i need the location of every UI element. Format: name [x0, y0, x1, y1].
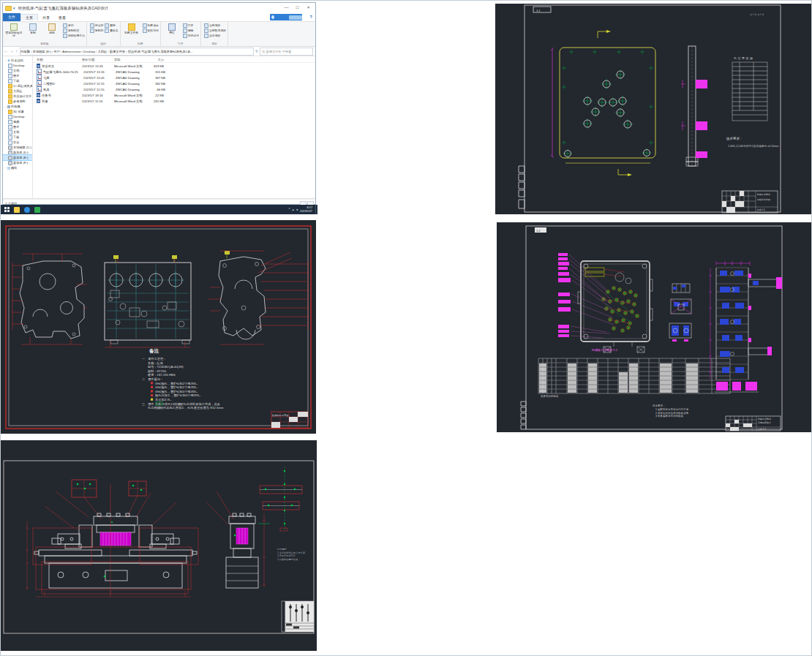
folder-icon — [8, 99, 12, 104]
file-row[interactable]: 二维图D2023/5/7 12:55ZWCAD Drawing182 KB — [33, 80, 315, 86]
column-header-size[interactable]: 大小 — [145, 58, 164, 61]
history-button[interactable]: 历史记录 — [183, 33, 199, 38]
rename-button[interactable]: 重命名 — [105, 28, 118, 33]
crumb-current[interactable]: 组合机床-气缸盖飞溅孔顶板多轴钻床夹具CAD设计 — [128, 50, 195, 53]
callout-labels — [558, 253, 614, 338]
clock-date: 2023/5/27 — [300, 210, 312, 213]
back-icon[interactable]: ← — [4, 49, 8, 53]
properties-button[interactable]: 属性 — [163, 23, 181, 42]
edit-icon — [183, 29, 187, 33]
paste-icon — [48, 23, 56, 31]
paste-shortcut-button[interactable]: 粘贴快捷方式 — [63, 33, 85, 38]
front-view — [105, 257, 191, 347]
search-input[interactable]: 在 新建文件夹 中搜索 — [260, 48, 313, 56]
file-row[interactable]: 气缸盖飞溅孔-500t.74.252023/5/7 13:26ZWCAD Dra… — [33, 69, 315, 75]
crumb-desktop[interactable]: Desktop — [83, 50, 95, 53]
sidebar-item-folder-4[interactable]: 参考资料 — [3, 99, 32, 104]
sidebar-item-quick-access[interactable]: ⌄快速访问 — [3, 58, 32, 63]
copy-to-button[interactable]: 复制到 — [90, 28, 103, 33]
file-row[interactable]: 目录2023/5/7 11:26Microsoft Word 文档231 KB — [33, 98, 315, 104]
taskbar-clock[interactable]: 8:57 2023/5/27 — [300, 206, 312, 212]
chevron-down-icon[interactable]: ⌄ — [4, 59, 7, 62]
sidebar-item-downloads-qa[interactable]: 下载 — [3, 78, 32, 83]
sidebar-item-folder-3[interactable]: 毕业设计文件 — [3, 94, 32, 99]
sidebar-item-network[interactable]: ›网络 — [3, 165, 32, 170]
file-row[interactable]: 夹具2023/5/7 12:55ZWCAD Drawing46 KB — [33, 86, 315, 92]
copy-button[interactable]: 复制 — [24, 23, 42, 42]
sidebar-item-music[interactable]: 音乐 — [3, 140, 32, 145]
show-desktop-button[interactable] — [315, 205, 317, 214]
file-row[interactable]: 飞溅2023/5/7 13:45ZWCAD Drawing187 KB — [33, 75, 315, 80]
sidebar-item-downloads[interactable]: 下载 — [3, 135, 32, 140]
taskbar-browser-icon[interactable] — [24, 207, 30, 213]
invert-selection-button[interactable]: 反向选择 — [204, 33, 226, 38]
tab-file[interactable]: 文件 — [3, 13, 20, 21]
column-header-date[interactable]: 修改日期 — [82, 58, 114, 61]
crumb-this-pc[interactable]: 此电脑 — [20, 50, 30, 53]
up-icon[interactable]: ↑ — [15, 49, 18, 53]
sidebar-item-this-pc[interactable]: ⌄此电脑 — [3, 104, 32, 109]
network-tray-icon[interactable]: ▴ — [293, 208, 294, 211]
sidebar-item-folder-2[interactable]: 大四缸 — [3, 88, 32, 94]
crumb-administrator[interactable]: Administrator — [62, 50, 80, 53]
delete-button[interactable]: 删除 — [105, 23, 118, 28]
sidebar-item-documents[interactable]: 文档 — [3, 129, 32, 135]
minimize-button[interactable]: — — [281, 3, 292, 12]
edit-button[interactable]: 编辑 — [183, 28, 199, 33]
tab-view[interactable]: 查看 — [54, 15, 70, 20]
move-to-button[interactable]: 移动到 — [90, 23, 103, 28]
file-row[interactable]: 任务书2023/5/7 18:16Microsoft Word 文档22 KB — [33, 92, 315, 98]
tray-chevron-icon[interactable]: ^ — [288, 208, 290, 211]
copy-path-button[interactable]: 复制路径 — [63, 28, 85, 33]
sidebar-item-disk-d[interactable]: 新加卷 (D:) — [3, 150, 32, 155]
taskbar-explorer-icon[interactable] — [14, 207, 20, 213]
cut-button[interactable]: 剪切 — [63, 23, 85, 28]
column-header-type[interactable]: 类型 — [114, 58, 145, 61]
quick-access-toolbar[interactable]: ▾ — [13, 6, 16, 10]
close-button[interactable]: × — [303, 3, 314, 12]
sidebar-item-desktop[interactable]: Desktop — [3, 114, 32, 119]
sidebar-item-3d-objects[interactable]: 3D 对象 — [3, 109, 32, 114]
volume-tray-icon[interactable]: ◂ — [296, 208, 298, 211]
help-icon[interactable]: ? — [309, 15, 312, 19]
select-all-button[interactable]: 全部选择 — [204, 23, 226, 28]
easy-access-button[interactable]: 轻松访问 — [143, 28, 159, 33]
forward-icon[interactable]: → — [10, 49, 14, 53]
sidebar-item-disk-e[interactable]: 新加卷 (E:) — [3, 155, 32, 160]
maximize-button[interactable]: □ — [292, 3, 303, 12]
sidebar-item-videos[interactable]: 视频 — [3, 119, 32, 124]
sidebar-item-desktop-qa[interactable]: Desktop — [3, 63, 32, 68]
sidebar-item-disk-f[interactable]: 新加卷 (F:) — [3, 160, 32, 165]
ribbon-group-select: 全部选择 全部取消选择 反向选择 选择 — [201, 22, 228, 46]
promo-button[interactable] — [289, 15, 302, 20]
title-block-line2: 多轴钻床夹具 — [758, 421, 771, 424]
column-header-name[interactable]: 名称 — [33, 58, 82, 61]
svg-text:硬度：187-255 HBS: 硬度：187-255 HBS — [148, 373, 176, 377]
sidebar-item-disk-c[interactable]: 本地磁盘 (C:) — [3, 145, 32, 150]
open-button[interactable]: 打开 — [183, 23, 199, 28]
new-folder-icon — [128, 23, 135, 31]
new-folder-button[interactable]: 新建文件夹 — [123, 23, 140, 42]
paste-button[interactable]: 粘贴 — [43, 23, 61, 42]
crumb-new-folder[interactable]: 新建文件夹 — [110, 50, 125, 53]
select-none-button[interactable]: 全部取消选择 — [204, 28, 226, 33]
taskbar-app-icon[interactable] — [34, 207, 40, 213]
file-row[interactable]: 毕业论文2023/5/2 13:43Microsoft Word 文档419 K… — [33, 63, 315, 69]
new-item-button[interactable]: 新建项目 — [143, 23, 159, 28]
tab-share[interactable]: 共享 — [38, 15, 54, 20]
start-button-icon[interactable] — [4, 207, 10, 212]
promo-badge[interactable] — [270, 14, 302, 20]
crumb-drive-e[interactable]: 本地磁盘 (E:) — [32, 50, 50, 53]
crumb-dasigang[interactable]: 大四缸 — [97, 50, 107, 53]
breadcrumb[interactable]: 此电脑› 本地磁盘 (E:)› 用户› Administrator› Deskt… — [20, 48, 254, 56]
title-bar[interactable]: ▾ 组合机床-气缸盖飞溅孔顶板多轴钻床夹具CAD设计 — □ × — [3, 3, 315, 13]
sidebar-item-documents-qa[interactable]: 文档 — [3, 68, 32, 73]
sidebar-item-pictures-qa[interactable]: 图片 — [3, 73, 32, 78]
tab-home[interactable]: 主页 — [20, 14, 38, 20]
sidebar-item-folder-1[interactable]: 1#-四缸体夹具 — [3, 83, 32, 88]
pin-to-quick-access-button[interactable]: 固定到快速访问 — [5, 23, 23, 42]
sidebar-item-pictures[interactable]: 图片 — [3, 124, 32, 129]
crumb-users[interactable]: 用户 — [53, 50, 60, 53]
refresh-icon[interactable]: ↻ — [255, 49, 258, 53]
drill-bushings — [602, 287, 639, 332]
